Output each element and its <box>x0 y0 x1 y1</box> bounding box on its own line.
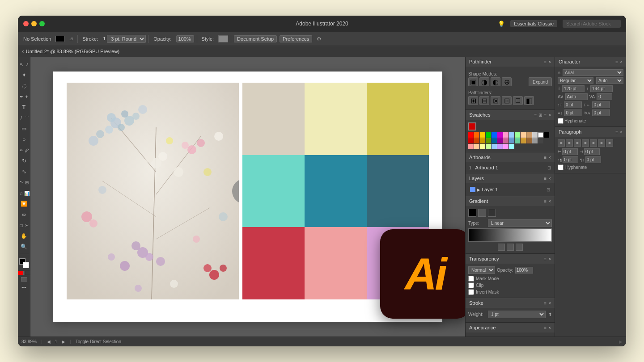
swatch-orchid[interactable] <box>503 144 508 149</box>
search-input[interactable] <box>563 20 621 28</box>
magic-wand-tool[interactable]: ✦ <box>19 70 29 80</box>
style-box[interactable] <box>218 35 228 42</box>
layer-expand-icon[interactable]: ▶ <box>477 187 480 192</box>
swatches-menu-icon[interactable]: ≡ <box>544 113 547 118</box>
minimize-button[interactable] <box>31 21 37 26</box>
space-before-input[interactable] <box>563 156 578 163</box>
gradient-mesh-swatch[interactable] <box>488 209 496 217</box>
leading-input[interactable] <box>590 85 613 92</box>
swatch-green[interactable] <box>486 132 491 138</box>
swatch-mauve[interactable] <box>503 138 508 143</box>
list-view-icon[interactable]: ≡ <box>534 113 537 118</box>
layers-header[interactable]: Layers ≡ × <box>466 173 555 183</box>
palette-cell-2-0[interactable] <box>242 227 305 299</box>
rotate-char-input[interactable] <box>592 109 610 116</box>
clip-checkbox[interactable] <box>468 282 474 288</box>
palette-cell-1-1[interactable] <box>305 155 367 227</box>
font-style-select[interactable]: Regular <box>558 77 593 84</box>
swatch-teal[interactable] <box>491 138 497 143</box>
rotate-tool[interactable]: ↻ <box>19 156 29 166</box>
invert-mask-checkbox[interactable] <box>468 289 474 295</box>
free-transform[interactable]: ⊞ <box>24 177 29 187</box>
mask-mode-checkbox[interactable] <box>468 276 474 282</box>
stroke-select[interactable]: 3 pt. Round <box>107 35 146 43</box>
symbol-tool[interactable]: ☆ <box>19 188 24 198</box>
intersect-btn[interactable]: ◐ <box>491 77 500 86</box>
gradient-mode-btn[interactable] <box>25 271 31 275</box>
gradient-preview[interactable] <box>468 228 552 242</box>
close-button[interactable] <box>23 21 29 26</box>
gradient-close-icon[interactable]: × <box>548 199 551 204</box>
appearance-menu-icon[interactable]: ≡ <box>544 325 547 330</box>
eyedropper-tool[interactable]: 🔽 <box>19 199 29 209</box>
trim-btn[interactable]: ⊟ <box>479 96 489 105</box>
gradient-ctrl-2[interactable] <box>507 244 514 251</box>
rect-tool[interactable]: ▭ <box>19 124 29 134</box>
direct-selection-tool[interactable]: ↗ <box>24 59 29 69</box>
swatch-lightblue[interactable] <box>509 132 514 138</box>
warp-tool[interactable]: 〜 <box>19 177 24 187</box>
zoom-tool[interactable]: 🔍 <box>19 242 29 252</box>
font-size-input[interactable] <box>562 85 585 92</box>
kerning-input[interactable] <box>597 93 612 100</box>
layer-item-1[interactable]: ▶ Layer 1 ⊡ <box>468 186 552 193</box>
swatches-header[interactable]: Swatches ≡ ⊞ ≡ × <box>466 110 555 120</box>
swatch-sienna[interactable] <box>526 138 532 143</box>
appearance-close-icon[interactable]: × <box>548 325 551 330</box>
weight-select[interactable]: 1 pt 2 pt <box>488 311 546 318</box>
swatch-lightg2[interactable] <box>486 144 491 149</box>
arc-tool[interactable]: ⌒ <box>24 113 29 123</box>
align-right-btn[interactable]: ≡ <box>574 139 581 147</box>
gradient-type-select[interactable]: Linear Radial <box>488 219 552 227</box>
fill-color[interactable] <box>55 36 64 42</box>
slice-tool[interactable]: ✂ <box>24 220 29 230</box>
swatch-orange[interactable] <box>474 132 479 138</box>
stroke-header[interactable]: Stroke ≡ × <box>466 298 555 308</box>
paragraph-menu-icon[interactable]: ≡ <box>615 130 618 135</box>
blend-mode-select[interactable]: Normal <box>468 266 495 274</box>
swatch-aqua[interactable] <box>509 144 514 149</box>
toggle-selection-label[interactable]: Toggle Direct Selection <box>76 339 121 344</box>
vertical-scale-input[interactable] <box>564 101 582 108</box>
exclude-btn[interactable]: ⊕ <box>502 77 512 86</box>
transparency-header[interactable]: Transparency ≡ × <box>466 254 555 264</box>
font-family-select[interactable]: Arial <box>563 69 623 76</box>
swatch-red[interactable] <box>468 132 474 138</box>
artboard-item-1[interactable]: 1 Artboard 1 ⊡ <box>469 164 551 171</box>
swatch-yellow[interactable] <box>480 132 485 138</box>
right-indent-input[interactable] <box>584 148 600 155</box>
align-justify-full-btn[interactable]: ≡ <box>590 139 597 147</box>
settings-icon[interactable]: ⚙ <box>317 36 322 42</box>
unite-btn[interactable]: ▣ <box>468 77 478 86</box>
swatches-close-icon[interactable]: × <box>548 113 551 118</box>
background-color[interactable] <box>23 262 29 268</box>
swatch-blue[interactable] <box>491 132 497 138</box>
align-justify-btn[interactable]: ≡ <box>582 139 589 147</box>
space-after-input[interactable] <box>585 156 601 163</box>
swatch-lightr[interactable] <box>468 144 474 149</box>
opacity-value[interactable] <box>515 267 533 274</box>
horizontal-scale-input[interactable] <box>592 101 610 108</box>
expand-button[interactable]: Expand <box>529 77 552 86</box>
swatch-brown[interactable] <box>526 132 532 138</box>
swatch-darkred[interactable] <box>468 138 474 143</box>
pathfinder-header[interactable]: Pathfinder ≡ × <box>466 57 555 67</box>
swatch-darkorange[interactable] <box>474 138 479 143</box>
maximize-button[interactable] <box>39 21 45 26</box>
palette-cell-2-1[interactable] <box>305 227 367 299</box>
panel-close-icon[interactable]: × <box>548 59 551 64</box>
artboard-tool[interactable]: □ <box>19 220 24 230</box>
lasso-tool[interactable]: ◌ <box>19 81 29 91</box>
palette-cell-1-0[interactable] <box>242 155 305 227</box>
pencil-tool[interactable]: 🖊 <box>24 145 29 155</box>
baseline-input[interactable] <box>564 109 582 116</box>
weight-arrows[interactable]: ⬆ <box>548 312 552 317</box>
more-tools-btn[interactable]: ••• <box>21 285 26 290</box>
gradient-menu-icon[interactable]: ≡ <box>544 199 547 204</box>
palette-cell-0-1[interactable] <box>305 83 367 155</box>
gradient-type-swatch[interactable] <box>478 209 486 217</box>
artboard-edit-icon[interactable]: ⊡ <box>547 165 551 170</box>
preferences-button[interactable]: Preferences <box>280 35 312 42</box>
swatch-darkpurple[interactable] <box>497 138 503 143</box>
character-menu-icon[interactable]: ≡ <box>615 59 618 64</box>
